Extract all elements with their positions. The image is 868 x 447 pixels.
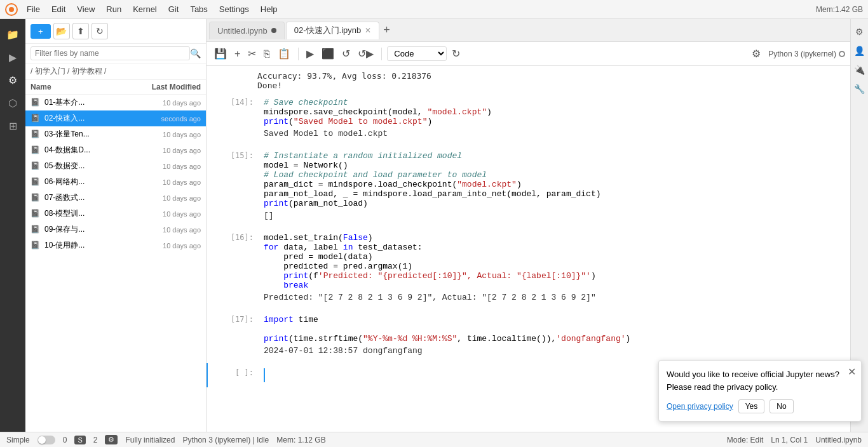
save-button[interactable]: 💾 — [212, 46, 229, 61]
kernel-status-indicator — [839, 51, 845, 57]
file-item-7[interactable]: 📓 08-模型训... 10 days ago — [25, 206, 206, 222]
new-file-button[interactable]: + + — [31, 24, 51, 39]
cell-14-number: [14]: — [208, 95, 259, 143]
restart-button[interactable]: ↺ — [339, 46, 353, 61]
settings-icon-left[interactable]: ⚙ — [3, 70, 23, 90]
file-item-9[interactable]: 📓 10-使用静... 10 days ago — [25, 237, 206, 253]
tab-quickstart[interactable]: 02-快速入门.ipynb ✕ — [286, 22, 379, 39]
folder-open-button[interactable]: 📂 — [53, 23, 70, 39]
cell-17-number: [17]: — [208, 312, 259, 361]
menu-settings[interactable]: Settings — [214, 3, 254, 15]
kernel-restart-btn[interactable]: ↻ — [449, 46, 463, 61]
menu-help[interactable]: Help — [255, 3, 283, 15]
cell-16-output: Predicted: "[2 7 2 8 2 1 3 6 9 2]", Actu… — [264, 290, 845, 305]
file-name-label: 04-数据集D... — [44, 145, 144, 156]
restart-run-button[interactable]: ↺▶ — [355, 46, 376, 61]
modified-column-header: Last Modified — [131, 83, 201, 91]
left-icon-strip: 📁 ▶ ⚙ ⬡ ⊞ — [0, 19, 25, 432]
search-button[interactable]: 🔍 — [190, 48, 201, 58]
cell-15-body[interactable]: # Instantiate a random initialized model… — [259, 149, 850, 225]
memory-display: Mem:1.42 GB — [816, 5, 863, 14]
cell-17-body[interactable]: import time print(time.strftime("%Y-%m-%… — [259, 312, 850, 361]
file-modified-label: 10 days ago — [144, 147, 201, 154]
search-input[interactable] — [31, 46, 190, 60]
notebook-icon: 📓 — [31, 209, 41, 219]
edit-mode-status: Mode: Edit — [727, 436, 763, 444]
menu-git[interactable]: Git — [163, 3, 184, 15]
privacy-policy-link[interactable]: Open privacy policy — [667, 402, 733, 411]
menu-run[interactable]: Run — [101, 3, 126, 15]
cursor-position: Ln 1, Col 1 — [771, 436, 808, 444]
accuracy-output: Accuracy: 93.7%, Avg loss: 0.218376 — [257, 71, 799, 81]
file-modified-label: 10 days ago — [144, 242, 201, 250]
folder-icon[interactable]: 📁 — [3, 24, 23, 44]
menu-tabs[interactable]: Tabs — [185, 3, 212, 15]
file-name-label: 07-函数式... — [44, 192, 144, 203]
simple-mode-label: Simple — [6, 436, 30, 444]
menu-kernel[interactable]: Kernel — [128, 3, 162, 15]
user-icon[interactable]: 👤 — [852, 43, 867, 58]
mem-status: Mem: 1.12 GB — [276, 436, 325, 444]
popup-yes-button[interactable]: Yes — [738, 399, 765, 413]
menu-edit[interactable]: Edit — [46, 3, 71, 15]
build-icon[interactable]: 🔧 — [852, 81, 867, 97]
popup-close-button[interactable]: ✕ — [848, 366, 856, 378]
current-file-label: Untitled.ipynb — [815, 436, 862, 444]
file-list: 📓 01-基本介... 10 days ago 📓 02-快速入... seco… — [25, 95, 206, 432]
done-output: Done! — [257, 81, 799, 90]
file-modified-label: seconds ago — [144, 115, 201, 123]
add-tab-button[interactable]: + — [381, 23, 393, 37]
cut-button[interactable]: ✂ — [245, 46, 259, 61]
tab-untitled[interactable]: Untitled.ipynb — [209, 22, 285, 39]
popup-actions: Open privacy policy Yes No — [667, 399, 853, 413]
tab-close-button[interactable]: ✕ — [365, 26, 371, 35]
sidebar-toolbar: + + 📂 ⬆ ↻ — [25, 19, 206, 44]
kernel-status-label: Python 3 (ipykernel) | Idle — [182, 436, 269, 444]
copy-button[interactable]: ⎘ — [261, 47, 273, 61]
file-name-label: 03-张量Ten... — [44, 129, 144, 140]
plugin-icon[interactable]: 🔌 — [852, 62, 867, 77]
tab-bar: Untitled.ipynb 02-快速入门.ipynb ✕ + — [207, 19, 850, 42]
file-list-header: Name Last Modified — [25, 80, 206, 95]
menu-file[interactable]: File — [22, 3, 45, 15]
add-cell-button[interactable]: + — [232, 47, 243, 61]
popup-no-button[interactable]: No — [770, 399, 793, 413]
file-item-3[interactable]: 📓 04-数据集D... 10 days ago — [25, 142, 206, 158]
grid-icon[interactable]: ⊞ — [3, 116, 23, 136]
upload-button[interactable]: ⬆ — [72, 23, 89, 39]
toolbar-separator-1 — [298, 48, 299, 60]
name-column-header: Name — [31, 83, 131, 91]
file-item-0[interactable]: 📓 01-基本介... 10 days ago — [25, 95, 206, 110]
run-button[interactable]: ▶ — [304, 46, 316, 61]
notebook-icon: 📓 — [31, 161, 41, 171]
extension-icon[interactable]: ⬡ — [3, 93, 23, 113]
menu-view[interactable]: View — [72, 3, 100, 15]
svg-point-1 — [9, 7, 14, 12]
kernel-name-label: Python 3 (ipykernel) — [768, 50, 836, 58]
settings-top-icon[interactable]: ⚙ — [852, 24, 867, 39]
file-item-5[interactable]: 📓 06-网络构... 10 days ago — [25, 174, 206, 190]
file-item-8[interactable]: 📓 09-保存与... 10 days ago — [25, 222, 206, 237]
cell-14-body[interactable]: # Save checkpoint mindspore.save_checkpo… — [259, 95, 850, 143]
notebook-icon: 📓 — [31, 145, 41, 156]
paste-button[interactable]: 📋 — [275, 46, 293, 61]
cell-16-body[interactable]: model.set_train(False) for data, label i… — [259, 230, 850, 307]
cell-14-output: Saved Model to model.ckpt — [264, 126, 845, 141]
simple-mode-toggle[interactable] — [37, 436, 55, 444]
kernel-info: Python 3 (ipykernel) — [768, 50, 845, 58]
refresh-button[interactable]: ↻ — [92, 23, 108, 39]
file-item-4[interactable]: 📓 05-数据变... 10 days ago — [25, 158, 206, 174]
file-item-2[interactable]: 📓 03-张量Ten... 10 days ago — [25, 126, 206, 142]
file-name-label: 02-快速入... — [44, 113, 144, 124]
status-badge-s: S — [74, 436, 85, 444]
file-modified-label: 10 days ago — [144, 178, 201, 186]
interrupt-button[interactable]: ⬛ — [319, 46, 337, 61]
run-icon[interactable]: ▶ — [3, 47, 23, 67]
cell-17-output: 2024-07-01 12:38:57 dongfangfang — [264, 344, 845, 358]
file-item-6[interactable]: 📓 07-函数式... 10 days ago — [25, 190, 206, 206]
toolbar-separator-2 — [381, 48, 382, 60]
file-modified-label: 10 days ago — [144, 99, 201, 107]
cell-type-select[interactable]: Code Markdown Raw — [387, 46, 447, 61]
file-item-1[interactable]: 📓 02-快速入... seconds ago — [25, 110, 206, 126]
settings-gear-button[interactable]: ⚙ — [749, 46, 763, 61]
